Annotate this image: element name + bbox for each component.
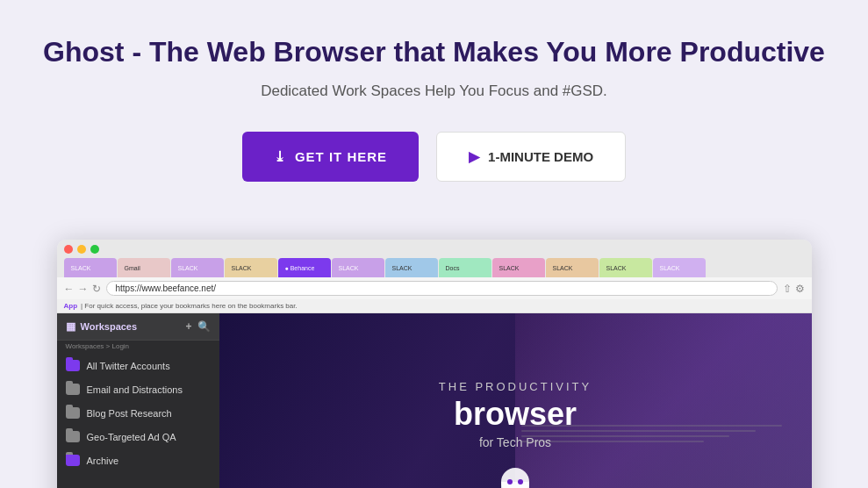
tab-misc-1[interactable]: SLACK — [546, 258, 599, 277]
browser-content: ▦ Workspaces + 🔍 Workspaces > Login All … — [57, 313, 812, 488]
folder-archive-icon — [66, 455, 80, 466]
svg-rect-1 — [501, 482, 529, 488]
add-workspace-icon[interactable]: + — [185, 320, 191, 333]
sidebar-header: ▦ Workspaces + 🔍 — [57, 313, 219, 341]
get-it-here-button[interactable]: ⤓ GET IT HERE — [242, 132, 419, 182]
ghost-logo — [498, 466, 533, 488]
tab-slack-1[interactable]: SLACK — [64, 258, 117, 277]
traffic-lights — [64, 245, 805, 254]
tab-slack-3[interactable]: SLACK — [225, 258, 277, 277]
workspace-sublabel: Workspaces > Login — [57, 341, 219, 354]
search-workspace-icon[interactable]: 🔍 — [197, 320, 211, 333]
folder-all-twitter-icon — [66, 360, 80, 371]
settings-icons: ⇧ ⚙ — [783, 283, 805, 295]
browser-main-content: Home Notifications Messages 𝕫 🔍 Search T… — [219, 313, 812, 488]
sidebar-item-archive-label: Archive — [87, 456, 119, 466]
maximize-button[interactable] — [90, 245, 99, 254]
sidebar-item-email[interactable]: Email and Distractions — [57, 377, 219, 401]
sidebar-item-blog-post[interactable]: Blog Post Research — [57, 401, 219, 425]
minimize-button[interactable] — [77, 245, 86, 254]
sidebar-item-geo-label: Geo-Targeted Ad QA — [87, 432, 176, 442]
close-button[interactable] — [64, 245, 73, 254]
tab-misc-2[interactable]: SLACK — [599, 258, 652, 277]
sidebar-item-archive[interactable]: Archive — [57, 449, 219, 472]
sidebar-item-blog-label: Blog Post Research — [87, 408, 172, 419]
demo-label: 1-MINUTE DEMO — [488, 149, 593, 164]
tab-gmail[interactable]: Gmail — [118, 258, 170, 277]
hero-subtitle: Dedicated Work Spaces Help You Focus and… — [18, 83, 850, 100]
folder-email-icon — [66, 384, 80, 395]
productivity-small-text: THE PRODUCTIVITY — [439, 380, 592, 393]
get-it-here-label: GET IT HERE — [295, 149, 387, 164]
tab-behance[interactable]: ● Behance — [278, 258, 331, 277]
bookmarks-bar: App | For quick access, place your bookm… — [57, 299, 812, 313]
address-bar-row: ← → ↻ https://www.beefance.net/ ⇧ ⚙ — [57, 277, 812, 299]
refresh-icon[interactable]: ↻ — [92, 283, 101, 295]
demo-button[interactable]: ▶ 1-MINUTE DEMO — [436, 132, 626, 182]
workspace-context: Workspaces > Login — [66, 342, 130, 350]
sidebar-item-all-twitter[interactable]: All Twitter Accounts — [57, 354, 219, 377]
folder-geo-icon — [66, 431, 80, 442]
nav-icons: ← → ↻ — [64, 283, 101, 295]
tab-misc-3[interactable]: SLACK — [653, 258, 706, 277]
workspaces-label: Workspaces — [81, 321, 138, 332]
productivity-overlay: THE PRODUCTIVITY browser for Tech Pros — [219, 313, 812, 488]
sidebar-item-email-label: Email and Distractions — [87, 384, 183, 395]
browser-tabs: SLACK Gmail SLACK SLACK ● Behance SLACK … — [64, 258, 805, 277]
back-icon[interactable]: ← — [64, 283, 75, 295]
tab-slack-4[interactable]: SLACK — [332, 258, 384, 277]
app-label: App — [64, 302, 78, 310]
productivity-big-text: browser — [439, 397, 592, 432]
productivity-text: THE PRODUCTIVITY browser for Tech Pros — [439, 380, 592, 449]
address-bar[interactable]: https://www.beefance.net/ — [106, 281, 778, 296]
tab-slack-2[interactable]: SLACK — [171, 258, 224, 277]
share-icon[interactable]: ⇧ — [783, 283, 792, 295]
sidebar-panel: ▦ Workspaces + 🔍 Workspaces > Login All … — [57, 313, 219, 488]
page-title: Ghost - The Web Browser that Makes You M… — [18, 35, 850, 68]
tab-slack-6[interactable]: SLACK — [492, 258, 545, 277]
sidebar-item-geo[interactable]: Geo-Targeted Ad QA — [57, 425, 219, 449]
folder-blog-icon — [66, 407, 80, 419]
svg-point-3 — [507, 479, 513, 484]
productivity-sub-text: for Tech Pros — [439, 435, 592, 449]
sidebar-header-icons: + 🔍 — [185, 320, 210, 333]
svg-point-4 — [518, 479, 523, 484]
browser-chrome: SLACK Gmail SLACK SLACK ● Behance SLACK … — [57, 240, 812, 277]
hero-section: Ghost - The Web Browser that Makes You M… — [0, 0, 868, 240]
browser-mockup: SLACK Gmail SLACK SLACK ● Behance SLACK … — [57, 240, 812, 488]
gear-icon[interactable]: ⚙ — [795, 283, 805, 295]
bookmarks-hint: | For quick access, place your bookmarks… — [81, 302, 298, 310]
forward-icon[interactable]: → — [78, 283, 89, 295]
workspaces-icon: ▦ — [66, 320, 75, 333]
tab-slack-5[interactable]: SLACK — [385, 258, 438, 277]
download-icon: ⤓ — [274, 148, 286, 165]
cta-buttons: ⤓ GET IT HERE ▶ 1-MINUTE DEMO — [18, 132, 850, 182]
video-icon: ▶ — [469, 148, 479, 165]
tab-docs[interactable]: Docs — [439, 258, 491, 277]
sidebar-item-all-twitter-label: All Twitter Accounts — [87, 361, 170, 371]
